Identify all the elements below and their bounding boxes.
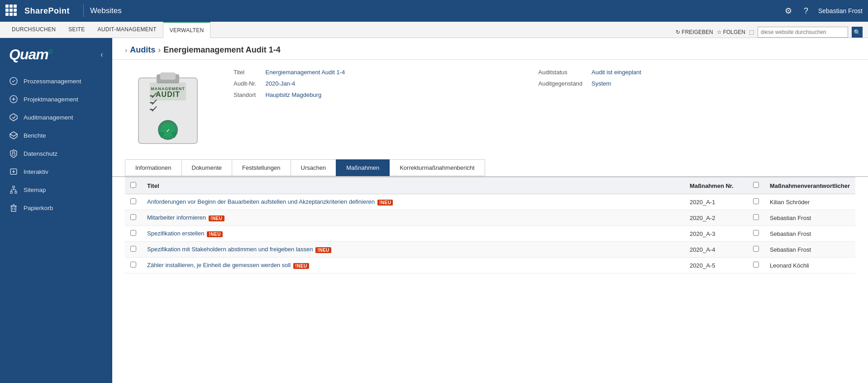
row-checkbox-cell <box>125 210 142 226</box>
neu-badge: !NEU <box>209 215 224 221</box>
ribbon: DURCHSUCHEN SEITE AUDIT-MANAGEMENT VERWA… <box>0 22 868 38</box>
row-checkbox-cell <box>125 258 142 273</box>
settings-icon[interactable]: ⚙ <box>783 4 794 18</box>
ribbon-right-actions: ↻ FREIGEBEN ☆ FOLGEN ⬚ 🔍 <box>676 27 863 38</box>
sidebar: Quam© ‹ Prozessmanagement <box>0 38 112 383</box>
search-button[interactable]: 🔍 <box>852 27 863 38</box>
resp-header-checkbox[interactable] <box>753 182 759 188</box>
table-row: Anforderungen vor Beginn der Bauarbeiten… <box>125 194 855 210</box>
sidebar-item-sitemap[interactable]: Sitemap <box>0 181 112 199</box>
row-resp-checkbox[interactable] <box>753 230 759 236</box>
row-resp: Sebastian Frost <box>764 242 855 258</box>
row-resp: Sebastian Frost <box>764 210 855 226</box>
top-bar-divider <box>83 5 84 17</box>
row-checkbox[interactable] <box>130 230 136 236</box>
freigeben-button[interactable]: ↻ FREIGEBEN <box>676 29 713 35</box>
nr-label: Audit-Nr. <box>234 80 257 87</box>
sidebar-item-datenschutz[interactable]: Datenschutz <box>0 144 112 163</box>
tabs-container: Informationen Dokumente Feststellungen U… <box>112 159 868 177</box>
row-titel[interactable]: Zähler installieren, je Einheit die geme… <box>142 258 684 273</box>
row-resp-checkbox-cell <box>748 242 764 258</box>
neu-badge: !NEU <box>377 200 393 206</box>
row-resp: Leonard Köchli <box>764 258 855 273</box>
titel-value: Energiemanagement Audit 1-4 <box>266 69 529 76</box>
top-bar-right: ⚙ ? Sebastian Frost <box>783 4 863 18</box>
svg-rect-30 <box>160 72 176 80</box>
tab-ursachen[interactable]: Ursachen <box>291 159 337 176</box>
breadcrumb-audits[interactable]: Audits <box>130 45 155 55</box>
user-name[interactable]: Sebastian Frost <box>818 7 863 14</box>
report-icon <box>9 131 18 140</box>
row-nr: 2020_A-1 <box>684 194 748 210</box>
top-bar: SharePoint Websites ⚙ ? Sebastian Frost <box>0 0 868 22</box>
row-nr: 2020_A-4 <box>684 242 748 258</box>
svg-line-11 <box>14 137 17 139</box>
row-resp-checkbox-cell <box>748 210 764 226</box>
share-icon: ⬚ <box>749 29 754 35</box>
tab-dokumente[interactable]: Dokumente <box>181 159 232 176</box>
measures-table: Titel Maßnahmen Nr. Maßnahmenverantwortl… <box>125 177 855 273</box>
tab-informationen[interactable]: Informationen <box>125 159 182 176</box>
tab-durchsuchen[interactable]: DURCHSUCHEN <box>5 21 62 38</box>
breadcrumb: › Audits › Energiemanagement Audit 1-4 <box>125 45 855 55</box>
help-icon[interactable]: ? <box>802 5 810 18</box>
share-button[interactable]: ⬚ <box>749 29 754 35</box>
tab-verwalten[interactable]: VERWALTEN <box>163 22 211 38</box>
row-checkbox[interactable] <box>130 246 136 252</box>
tab-massnahmen[interactable]: Maßnahmen <box>336 159 390 176</box>
sidebar-item-prozessmanagement[interactable]: Prozessmanagement <box>0 72 112 90</box>
privacy-icon <box>9 149 18 158</box>
col-header-titel: Titel <box>142 177 684 194</box>
search-input[interactable] <box>758 27 848 38</box>
sidebar-item-auditmanagement[interactable]: Auditmanagement <box>0 108 112 126</box>
main-layout: Quam© ‹ Prozessmanagement <box>0 38 868 383</box>
apps-grid-icon[interactable] <box>5 5 18 17</box>
refresh-icon: ↻ <box>676 29 680 35</box>
svg-line-10 <box>10 137 14 139</box>
row-titel[interactable]: Spezifikation erstellen!NEU <box>142 226 684 242</box>
sidebar-label-sitemap: Sitemap <box>24 187 46 193</box>
row-checkbox[interactable] <box>130 262 136 268</box>
table-section: Titel Maßnahmen Nr. Maßnahmenverantwortl… <box>112 177 868 273</box>
svg-text:AUDIT: AUDIT <box>156 91 180 98</box>
row-resp-checkbox-cell <box>748 258 764 273</box>
breadcrumb-current: Energiemanagement Audit 1-4 <box>163 45 280 55</box>
table-body: Anforderungen vor Beginn der Bauarbeiten… <box>125 194 855 273</box>
row-checkbox[interactable] <box>130 214 136 220</box>
sharepoint-logo: SharePoint <box>24 6 70 16</box>
sidebar-item-papierkorb[interactable]: Papierkorb <box>0 199 112 217</box>
select-all-checkbox[interactable] <box>130 182 136 188</box>
row-titel[interactable]: Anforderungen vor Beginn der Bauarbeiten… <box>142 194 684 210</box>
row-nr: 2020_A-3 <box>684 226 748 242</box>
tab-korrektur[interactable]: Korrekturmaßnahmenbericht <box>389 159 485 176</box>
svg-text:✓: ✓ <box>166 128 170 133</box>
sidebar-item-projektmanagement[interactable]: Projektmanagement <box>0 90 112 108</box>
sidebar-item-interaktiv[interactable]: Interaktiv <box>0 163 112 181</box>
sidebar-item-berichte[interactable]: Berichte <box>0 126 112 144</box>
audit-nav-icon <box>9 113 18 122</box>
sidebar-label-datenschutz: Datenschutz <box>24 150 57 157</box>
audit-image: MANAGEMENT AUDIT ✓ <box>125 69 215 150</box>
row-resp-checkbox[interactable] <box>753 214 759 220</box>
col-header-resp-check <box>748 177 764 194</box>
row-resp-checkbox[interactable] <box>753 198 759 204</box>
breadcrumb-chevron: › <box>125 46 127 54</box>
gegenstand-value: System <box>591 80 855 87</box>
tab-audit-management[interactable]: AUDIT-MANAGEMENT <box>91 21 163 38</box>
table-row: Mitarbeiter informieren!NEU 2020_A-2 Seb… <box>125 210 855 226</box>
col-header-check <box>125 177 142 194</box>
trash-icon <box>9 203 18 212</box>
row-titel[interactable]: Spezifikation mit Stakeholdern abstimmen… <box>142 242 684 258</box>
col-header-nr: Maßnahmen Nr. <box>684 177 748 194</box>
row-titel[interactable]: Mitarbeiter informieren!NEU <box>142 210 684 226</box>
interactive-icon <box>9 167 18 176</box>
sidebar-collapse-button[interactable]: ‹ <box>100 50 103 59</box>
row-checkbox[interactable] <box>130 198 136 204</box>
table-row: Zähler installieren, je Einheit die geme… <box>125 258 855 273</box>
tab-feststellungen[interactable]: Feststellungen <box>232 159 291 176</box>
tab-seite[interactable]: SEITE <box>62 21 91 38</box>
row-resp-checkbox[interactable] <box>753 246 759 252</box>
row-resp-checkbox[interactable] <box>753 262 759 268</box>
folgen-button[interactable]: ☆ FOLGEN <box>717 29 745 35</box>
project-icon <box>9 95 18 104</box>
